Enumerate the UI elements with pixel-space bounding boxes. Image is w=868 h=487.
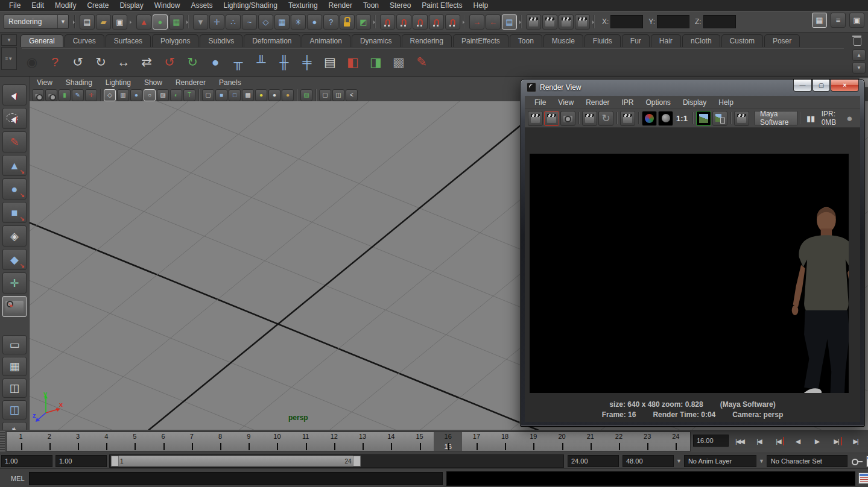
group-separator[interactable] bbox=[72, 14, 78, 30]
menu-set-selector[interactable]: Rendering ▼ bbox=[4, 14, 69, 29]
playback-range-bar[interactable]: 1 24 bbox=[111, 456, 361, 467]
menu-modify[interactable]: Modify bbox=[49, 1, 81, 10]
layout-outliner-persp-icon[interactable]: ◫ bbox=[2, 379, 27, 398]
shelf-tab-general[interactable]: General bbox=[21, 34, 63, 47]
mask-misc-icon[interactable]: ? bbox=[323, 14, 338, 30]
panel-menu-shading[interactable]: Shading bbox=[59, 78, 99, 87]
lasso-select-tool-icon[interactable] bbox=[2, 108, 27, 129]
coord-y-input[interactable] bbox=[657, 15, 689, 28]
render-current-frame-icon[interactable] bbox=[528, 111, 543, 126]
pause-ipr-tuning-icon[interactable]: ▮▮ bbox=[803, 111, 819, 126]
show-manipulator-tool-icon[interactable]: ✛ bbox=[2, 272, 27, 294]
coord-x-input[interactable] bbox=[610, 15, 643, 28]
group-separator[interactable] bbox=[592, 14, 597, 30]
current-time-field[interactable]: 16.00 bbox=[693, 435, 729, 447]
menu-toon[interactable]: Toon bbox=[358, 1, 384, 10]
script-editor-icon[interactable] bbox=[858, 473, 868, 484]
construction-history-icon[interactable]: ▤ bbox=[502, 14, 517, 30]
playback-start-field[interactable]: 1.00 bbox=[55, 455, 107, 467]
two-sided-lighting-icon[interactable]: ◐ bbox=[170, 89, 182, 101]
play-forwards-icon[interactable]: ▶ bbox=[808, 433, 826, 450]
renderer-selector[interactable]: Maya Software bbox=[755, 111, 797, 125]
2d-pan-zoom-icon[interactable]: ✛ bbox=[85, 89, 97, 101]
track-camera-icon[interactable]: ↔ bbox=[114, 52, 133, 71]
layout-single-pane-icon[interactable]: ▭ bbox=[2, 335, 27, 354]
redo-previous-render-icon[interactable] bbox=[544, 111, 559, 126]
menu-edit[interactable]: Edit bbox=[26, 1, 49, 10]
menu-file[interactable]: File bbox=[4, 1, 26, 10]
ipr-status-indicator-icon[interactable]: ● bbox=[842, 111, 857, 126]
paint-effects-brush-icon[interactable]: ✎ bbox=[412, 52, 431, 71]
group-separator[interactable] bbox=[373, 14, 378, 30]
attribute-editor-icon[interactable]: ≡ bbox=[831, 13, 846, 28]
joint-tool-icon[interactable]: ╥ bbox=[229, 52, 248, 71]
highlight-selection-icon[interactable]: ◩ bbox=[356, 14, 371, 30]
step-back-one-key-icon[interactable]: |◀ bbox=[750, 433, 768, 450]
rotate-tool-icon[interactable]: ● bbox=[2, 178, 27, 200]
shelf-item-menu-icon[interactable]: ≡▼ bbox=[1, 47, 17, 70]
auto-keyframe-icon[interactable] bbox=[851, 456, 863, 466]
scale-tool-icon[interactable]: ■ bbox=[2, 202, 27, 223]
render-view-window[interactable]: Render View — ▢ × FileViewRenderIPROptio… bbox=[520, 79, 865, 427]
selection-mask-menu-icon[interactable]: ▼ bbox=[193, 14, 208, 30]
animation-end-field[interactable]: 48.00 bbox=[622, 455, 674, 467]
shelf-tab-subdivs[interactable]: Subdivs bbox=[200, 34, 242, 47]
menu-render[interactable]: Render bbox=[323, 1, 358, 10]
hypergraph-panel-icon[interactable]: ▤ bbox=[320, 52, 340, 71]
render-menu-ipr[interactable]: IPR bbox=[616, 98, 640, 107]
soft-modification-tool-icon[interactable]: ◆ bbox=[2, 249, 27, 270]
snap-to-points-icon[interactable] bbox=[413, 14, 428, 30]
new-scene-icon[interactable]: ▤ bbox=[80, 14, 95, 30]
open-scene-icon[interactable]: ▰ bbox=[96, 14, 111, 30]
shelf-tab-curves[interactable]: Curves bbox=[65, 34, 104, 47]
lock-selection-icon[interactable] bbox=[340, 14, 355, 30]
universal-manipulator-icon[interactable]: ◈ bbox=[2, 225, 27, 247]
shelf-tab-ncloth[interactable]: nCloth bbox=[682, 34, 720, 47]
render-canvas-area[interactable]: size: 640 x 480 zoom: 0.828 (Maya Softwa… bbox=[525, 127, 860, 422]
checker-shade-icon[interactable]: ▩ bbox=[242, 89, 254, 101]
group-separator[interactable] bbox=[186, 14, 191, 30]
mask-surfaces-icon[interactable]: ◇ bbox=[258, 14, 273, 30]
display-render-settings-icon[interactable] bbox=[575, 14, 590, 30]
flipbook-icon[interactable]: ◉ bbox=[22, 52, 42, 71]
layout-four-pane-icon[interactable]: ▦ bbox=[2, 357, 27, 376]
mask-dynamics-icon[interactable]: ✳ bbox=[291, 14, 306, 30]
shelf-scroll-up-icon[interactable]: ▲ bbox=[852, 49, 866, 61]
anim-layer-selector[interactable]: No Anim Layer bbox=[684, 455, 756, 467]
range-end-handle[interactable] bbox=[353, 456, 361, 467]
remove-image-icon[interactable] bbox=[712, 111, 727, 126]
default-material-icon[interactable]: ○ bbox=[144, 89, 156, 101]
region-render-icon[interactable] bbox=[620, 111, 635, 126]
duplicate-special-icon[interactable]: ◨ bbox=[366, 52, 385, 71]
range-slider[interactable]: 1 24 bbox=[109, 454, 564, 468]
shelf-tab-fluids[interactable]: Fluids bbox=[584, 34, 621, 47]
keep-image-icon[interactable] bbox=[696, 111, 711, 126]
shelf-scroll-down-icon[interactable]: ▼ bbox=[852, 62, 866, 74]
range-start-handle[interactable] bbox=[111, 456, 119, 467]
use-all-lights-icon[interactable]: ● bbox=[255, 89, 267, 101]
xray-mode-icon[interactable]: ▨ bbox=[157, 89, 169, 101]
snapshot-icon[interactable] bbox=[560, 111, 575, 126]
window-title-bar[interactable]: Render View bbox=[527, 82, 581, 93]
playback-end-field[interactable]: 24.00 bbox=[568, 455, 619, 467]
display-real-size-icon[interactable]: 1:1 bbox=[674, 111, 689, 126]
move-tool-icon[interactable]: ▲ bbox=[2, 155, 27, 176]
ik-handle-tool-icon[interactable]: ╨ bbox=[252, 52, 271, 71]
ipr-render-frame-icon[interactable] bbox=[559, 14, 574, 30]
share-view-icon[interactable]: < bbox=[346, 89, 358, 101]
isolate-select-icon[interactable]: ▢ bbox=[319, 89, 331, 101]
select-by-object-icon[interactable]: ● bbox=[153, 14, 168, 30]
maximize-button[interactable]: ▢ bbox=[813, 80, 830, 92]
menu-display[interactable]: Display bbox=[114, 1, 148, 10]
group-separator[interactable] bbox=[462, 14, 467, 30]
input-connections-icon[interactable]: → bbox=[469, 14, 484, 30]
save-scene-icon[interactable]: ▣ bbox=[112, 14, 127, 30]
shelf-tab-polygons[interactable]: Polygons bbox=[152, 34, 198, 47]
wireframe-on-shaded-icon[interactable]: ▢ bbox=[202, 89, 214, 101]
snap-align-objects-icon[interactable]: ◧ bbox=[343, 52, 363, 71]
panel-menu-renderer[interactable]: Renderer bbox=[169, 78, 212, 87]
grease-pencil-icon[interactable]: ✎ bbox=[72, 89, 84, 101]
render-menu-file[interactable]: File bbox=[528, 98, 552, 107]
shelf-tab-deformation[interactable]: Deformation bbox=[244, 34, 300, 47]
panel-menu-view[interactable]: View bbox=[30, 78, 59, 87]
